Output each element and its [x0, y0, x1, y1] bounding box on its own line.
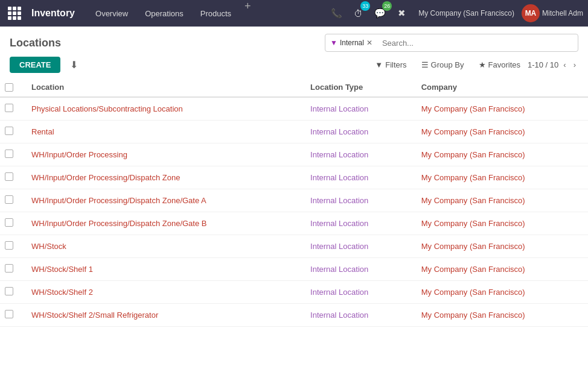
- location-type-link[interactable]: Internal Location: [310, 127, 368, 136]
- location-type-link[interactable]: Internal Location: [310, 173, 368, 182]
- row-checkbox-cell[interactable]: [0, 235, 22, 258]
- location-link[interactable]: WH/Input/Order Processing/Dispatch Zone/…: [31, 219, 206, 228]
- location-type-link[interactable]: Internal Location: [310, 311, 368, 320]
- location-type-cell: Internal Location: [301, 304, 412, 327]
- company-link[interactable]: My Company (San Francisco): [421, 219, 525, 228]
- user-avatar[interactable]: MA: [522, 4, 540, 22]
- company-link[interactable]: My Company (San Francisco): [421, 104, 525, 113]
- settings-icon[interactable]: ✖: [392, 4, 411, 23]
- nav-overview[interactable]: Overview: [87, 0, 136, 27]
- company-link[interactable]: My Company (San Francisco): [421, 150, 525, 159]
- add-menu-icon[interactable]: +: [240, 0, 256, 27]
- apps-icon[interactable]: [5, 4, 24, 23]
- select-all-checkbox[interactable]: [5, 83, 13, 92]
- row-checkbox-cell[interactable]: [0, 304, 22, 327]
- nav-operations[interactable]: Operations: [136, 0, 192, 27]
- company-link[interactable]: My Company (San Francisco): [421, 242, 525, 251]
- group-by-label: Group By: [431, 60, 464, 69]
- row-checkbox[interactable]: [5, 287, 13, 295]
- company-link[interactable]: My Company (San Francisco): [421, 265, 525, 274]
- select-all-header[interactable]: [0, 78, 22, 97]
- company-link[interactable]: My Company (San Francisco): [421, 127, 525, 136]
- filters-button[interactable]: ▼ Filters: [368, 58, 414, 72]
- location-type-link[interactable]: Internal Location: [310, 242, 368, 251]
- table-row: WH/Input/Order Processing/Dispatch Zone/…: [0, 189, 588, 212]
- grid-dots-icon: [8, 7, 21, 20]
- row-checkbox-cell[interactable]: [0, 281, 22, 304]
- location-link[interactable]: WH/Stock/Shelf 2: [31, 288, 93, 297]
- prev-page-button[interactable]: ‹: [561, 59, 568, 71]
- location-type-link[interactable]: Internal Location: [310, 288, 368, 297]
- chat-badge-icon[interactable]: 💬 26: [370, 4, 389, 23]
- location-link[interactable]: WH/Stock/Shelf 1: [31, 265, 93, 274]
- nav-actions: 📞 ⏱ 33 💬 26 ✖ My Company (San Francisco)…: [327, 4, 583, 23]
- row-checkbox[interactable]: [5, 127, 13, 135]
- location-cell: WH/Input/Order Processing/Dispatch Zone/…: [22, 212, 301, 235]
- table-row: WH/Input/Order Processing Internal Locat…: [0, 143, 588, 166]
- row-checkbox[interactable]: [5, 150, 13, 158]
- location-link[interactable]: Physical Locations/Subcontracting Locati…: [31, 104, 183, 113]
- location-link[interactable]: WH/Stock: [31, 242, 66, 251]
- location-type-link[interactable]: Internal Location: [310, 196, 368, 205]
- row-checkbox[interactable]: [5, 104, 13, 112]
- row-checkbox-cell[interactable]: [0, 212, 22, 235]
- row-checkbox-cell[interactable]: [0, 143, 22, 166]
- clock-badge-icon[interactable]: ⏱ 33: [348, 4, 368, 23]
- row-checkbox[interactable]: [5, 264, 13, 273]
- company-link[interactable]: My Company (San Francisco): [421, 173, 525, 182]
- location-type-link[interactable]: Internal Location: [310, 150, 368, 159]
- location-type-link[interactable]: Internal Location: [310, 104, 368, 113]
- page-title: Locations: [10, 37, 61, 49]
- location-link[interactable]: WH/Input/Order Processing/Dispatch Zone/…: [31, 196, 206, 205]
- row-checkbox-cell[interactable]: [0, 97, 22, 121]
- company-link[interactable]: My Company (San Francisco): [421, 311, 525, 320]
- location-link[interactable]: WH/Input/Order Processing: [31, 150, 127, 159]
- table-row: Rental Internal Location My Company (San…: [0, 121, 588, 143]
- pagination: 1-10 / 10 ‹ ›: [528, 59, 578, 71]
- next-page-button[interactable]: ›: [571, 59, 578, 71]
- location-type-cell: Internal Location: [301, 258, 412, 281]
- filter-funnel-icon: ▼: [330, 39, 337, 47]
- row-checkbox-cell[interactable]: [0, 189, 22, 212]
- location-link[interactable]: WH/Stock/Shelf 2/Small Refrigerator: [31, 311, 158, 320]
- company-link[interactable]: My Company (San Francisco): [421, 288, 525, 297]
- location-link[interactable]: WH/Input/Order Processing/Dispatch Zone: [31, 173, 180, 182]
- app-name: Inventory: [27, 8, 80, 19]
- nav-products[interactable]: Products: [192, 0, 240, 27]
- location-cell: WH/Input/Order Processing/Dispatch Zone: [22, 166, 301, 189]
- table-header-row: Location Location Type Company: [0, 78, 588, 97]
- company-cell: My Company (San Francisco): [412, 281, 588, 304]
- row-checkbox[interactable]: [5, 241, 13, 250]
- company-cell: My Company (San Francisco): [412, 189, 588, 212]
- location-cell: WH/Stock: [22, 235, 301, 258]
- group-by-button[interactable]: ☰ Group By: [414, 58, 471, 72]
- location-cell: WH/Stock/Shelf 1: [22, 258, 301, 281]
- location-type-cell: Internal Location: [301, 235, 412, 258]
- company-cell: My Company (San Francisco): [412, 304, 588, 327]
- location-cell: WH/Stock/Shelf 2/Small Refrigerator: [22, 304, 301, 327]
- company-link[interactable]: My Company (San Francisco): [421, 196, 525, 205]
- download-button[interactable]: ⬇: [65, 57, 83, 73]
- row-checkbox[interactable]: [5, 172, 13, 181]
- filter-icon: ▼: [375, 60, 383, 69]
- row-checkbox[interactable]: [5, 218, 13, 227]
- row-checkbox-cell[interactable]: [0, 121, 22, 143]
- remove-filter-icon[interactable]: ✕: [366, 39, 372, 47]
- row-checkbox[interactable]: [5, 310, 13, 318]
- location-link[interactable]: Rental: [31, 127, 54, 136]
- row-checkbox-cell[interactable]: [0, 166, 22, 189]
- row-checkbox-cell[interactable]: [0, 258, 22, 281]
- location-type-cell: Internal Location: [301, 189, 412, 212]
- table-row: WH/Input/Order Processing/Dispatch Zone/…: [0, 212, 588, 235]
- favorites-button[interactable]: ★ Favorites: [471, 58, 528, 72]
- location-type-link[interactable]: Internal Location: [310, 219, 368, 228]
- search-input[interactable]: [377, 39, 578, 48]
- create-button[interactable]: CREATE: [10, 57, 60, 73]
- nav-links: Overview Operations Products +: [87, 0, 256, 27]
- row-checkbox[interactable]: [5, 195, 13, 204]
- location-column-header: Location: [22, 78, 301, 97]
- location-type-link[interactable]: Internal Location: [310, 265, 368, 274]
- filter-actions: ▼ Filters ☰ Group By ★ Favorites 1-10 / …: [368, 58, 578, 72]
- phone-icon[interactable]: 📞: [327, 4, 346, 23]
- table-row: WH/Input/Order Processing/Dispatch Zone …: [0, 166, 588, 189]
